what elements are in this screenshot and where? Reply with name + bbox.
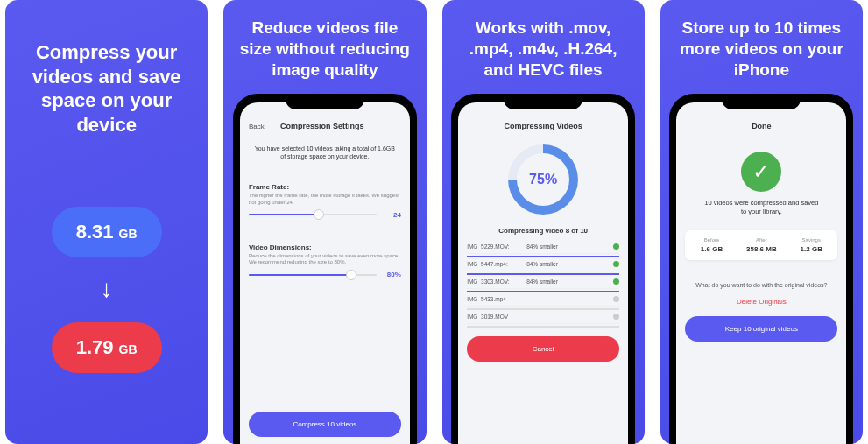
- phone-mockup-2: Back Compression Settings You have selec…: [233, 94, 417, 444]
- size-after-pill: 1.79 GB: [52, 322, 162, 373]
- progress-ring: 75%: [508, 144, 578, 215]
- navbar: Back Compression Settings: [249, 122, 401, 130]
- cancel-button[interactable]: Cancel: [467, 336, 619, 362]
- row-stat: 84% smaller: [526, 261, 610, 267]
- keep-originals-button[interactable]: Keep 10 original videos: [685, 316, 837, 342]
- row-progress-bar: [467, 326, 619, 328]
- delete-originals-link[interactable]: Delete Originals: [685, 298, 837, 306]
- compression-row: IMG_3303.MOV:84% smaller: [467, 275, 619, 289]
- check-icon: [613, 243, 619, 250]
- size-after-unit: GB: [119, 342, 138, 356]
- phone-screen-3: Compressing Videos 75% Compressing video…: [458, 102, 628, 444]
- dimensions-label: Video Dimensions:: [249, 243, 401, 251]
- compression-row: IMG_5447.mp4:84% smaller: [467, 257, 619, 271]
- size-after-value: 1.79: [76, 336, 114, 359]
- row-filename: IMG_3019.MOV: [467, 314, 523, 320]
- size-before-unit: GB: [119, 227, 138, 241]
- phone-mockup-4: Done ✓ 10 videos were compressed and sav…: [669, 94, 853, 444]
- stat-savings-label: Savings: [801, 237, 822, 243]
- compression-row: IMG_5229.MOV:84% smaller: [467, 240, 619, 254]
- nav-title: Compressing Videos: [488, 122, 598, 130]
- stat-before-value: 1.6 GB: [701, 245, 723, 253]
- headline-3: Works with .mov, .mp4, .m4v, .H.264, and…: [442, 0, 645, 88]
- framerate-slider-row: 24: [249, 211, 401, 219]
- stat-before-label: Before: [701, 237, 723, 243]
- dimensions-value: 80%: [382, 271, 401, 278]
- stat-after-label: After: [746, 237, 777, 243]
- row-filename: IMG_3303.MOV:: [467, 278, 523, 285]
- stat-after-value: 358.6 MB: [746, 245, 777, 253]
- framerate-value: 24: [382, 211, 401, 219]
- framerate-slider[interactable]: [249, 214, 377, 215]
- progress-sub-label: Compressing video 8 of 10: [467, 227, 619, 235]
- stats-card: Before 1.6 GB After 358.6 MB Savings 1.2…: [685, 230, 837, 260]
- promo-panel-3: Works with .mov, .mp4, .m4v, .H.264, and…: [442, 0, 645, 444]
- prompt-text: What do you want to do with the original…: [685, 281, 837, 289]
- navbar: Done: [685, 122, 837, 130]
- phone-mockup-3: Compressing Videos 75% Compressing video…: [451, 94, 635, 444]
- row-filename: IMG_5229.MOV:: [467, 243, 523, 250]
- row-stat: 84% smaller: [526, 278, 610, 285]
- framerate-label: Frame Rate:: [249, 183, 401, 191]
- progress-ring-wrap: 75%: [467, 144, 619, 215]
- promo-panel-1: Compress your videos and save space on y…: [5, 0, 208, 444]
- progress-percent: 75%: [517, 153, 569, 206]
- headline-2: Reduce videos file size without reducing…: [223, 0, 426, 88]
- dimensions-slider-row: 80%: [249, 271, 401, 278]
- phone-notch: [286, 94, 364, 109]
- size-before-pill: 8.31 GB: [52, 207, 162, 257]
- size-before-value: 8.31: [76, 221, 114, 243]
- done-text: 10 videos were compressed and saved to y…: [685, 199, 837, 223]
- arrow-down-icon: ↓: [101, 275, 113, 303]
- check-icon: [613, 261, 619, 267]
- stat-before: Before 1.6 GB: [701, 237, 723, 253]
- phone-notch: [722, 94, 801, 109]
- pending-icon: [613, 296, 619, 302]
- promo-panel-2: Reduce videos file size without reducing…: [223, 0, 426, 444]
- compress-button[interactable]: Compress 10 videos: [249, 412, 401, 437]
- row-filename: IMG_5433.mp4: [467, 296, 523, 302]
- navbar: Compressing Videos: [467, 122, 619, 130]
- phone-notch: [504, 94, 582, 109]
- checkmark-icon: ✓: [741, 152, 781, 192]
- headline-1: Compress your videos and save space on y…: [5, 0, 208, 145]
- check-icon: [613, 278, 619, 285]
- phone-screen-2: Back Compression Settings You have selec…: [240, 102, 410, 444]
- stat-savings-value: 1.2 GB: [801, 245, 822, 253]
- headline-4: Store up to 10 times more videos on your…: [660, 0, 863, 88]
- dimensions-hint: Reduce the dimensions of your videos to …: [249, 253, 401, 265]
- promo-panel-4: Store up to 10 times more videos on your…: [660, 0, 863, 444]
- nav-title: Compression Settings: [265, 122, 380, 130]
- intro-text: You have selected 10 videos taking a tot…: [249, 139, 401, 171]
- pending-icon: [613, 314, 619, 320]
- nav-title: Done: [706, 122, 816, 130]
- compression-row: IMG_3019.MOV: [467, 310, 619, 324]
- row-filename: IMG_5447.mp4:: [467, 261, 523, 267]
- dimensions-slider[interactable]: [249, 274, 377, 276]
- compression-row: IMG_5433.mp4: [467, 292, 619, 307]
- stat-savings: Savings 1.2 GB: [801, 237, 822, 253]
- row-stat: 84% smaller: [526, 243, 610, 250]
- framerate-hint: The higher the frame rate, the more stor…: [249, 193, 401, 205]
- back-button[interactable]: Back: [249, 123, 265, 130]
- phone-screen-4: Done ✓ 10 videos were compressed and sav…: [676, 102, 846, 444]
- stat-after: After 358.6 MB: [746, 237, 777, 253]
